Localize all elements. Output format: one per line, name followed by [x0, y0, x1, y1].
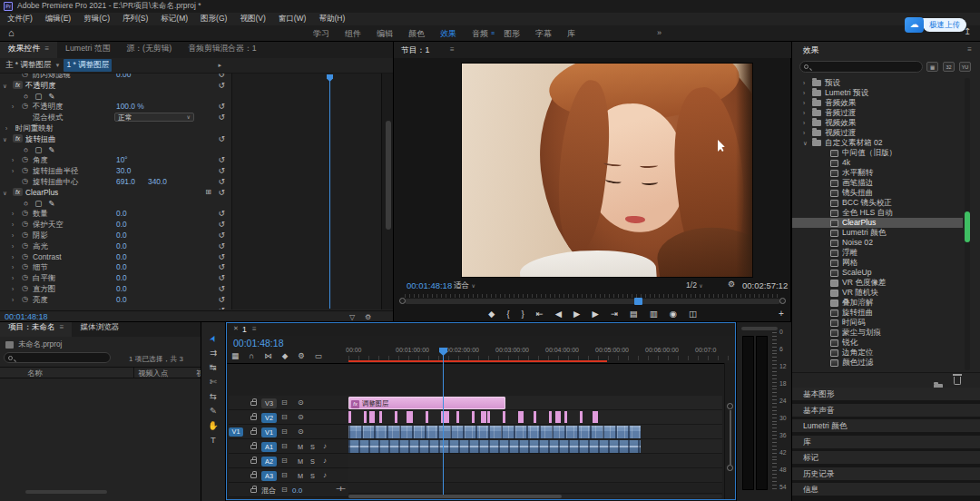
effect-row[interactable]: ∨ fx ◷ ○▢✎ 不透明度 ∨ ⊞ ↺	[0, 80, 231, 91]
sync-lock-icon[interactable]: ⊟	[281, 427, 288, 436]
lock-icon[interactable]	[250, 488, 257, 493]
track-target-button[interactable]: V2	[261, 413, 277, 423]
source-patch[interactable]: V1	[229, 427, 243, 437]
panel-tab[interactable]: 效果控件 ≡	[0, 42, 57, 58]
effects-filter-icon[interactable]: 32	[943, 62, 955, 72]
effects-tree-item[interactable]: › 预设	[792, 78, 963, 88]
sync-lock-icon[interactable]: ⊟	[281, 486, 288, 494]
twirl-icon[interactable]: ∨	[803, 138, 808, 148]
delete-icon[interactable]	[954, 377, 961, 385]
effect-row[interactable]: › fx ◷ ○▢✎ 角度 10° ∨ ⊞ ↺	[0, 154, 231, 165]
effects-tree-item[interactable]: 蒙尘与划痕	[792, 328, 963, 338]
effects-filter-icon[interactable]: ▦	[926, 62, 938, 72]
stopwatch-icon[interactable]: ◷	[22, 154, 28, 165]
reset-icon[interactable]: ↺	[218, 230, 225, 241]
track-target-button[interactable]: V3	[261, 398, 277, 408]
settings-wrench-icon[interactable]: ⚙	[728, 280, 735, 289]
effects-tree-item[interactable]: 镜头扭曲	[792, 188, 963, 198]
stacked-panel-tab[interactable]: 标记	[792, 451, 980, 464]
v2-clip-fragments[interactable]	[348, 411, 604, 423]
param-value[interactable]: 0.0	[116, 272, 127, 283]
lock-icon[interactable]	[250, 474, 257, 478]
effects-tree-item[interactable]: 画笔描边	[792, 178, 963, 188]
sequence-tab[interactable]: 1	[242, 325, 247, 334]
menu-item[interactable]: 文件(F)	[7, 14, 33, 25]
zoom-level-select[interactable]: 适合 ∨	[454, 280, 475, 291]
workspace-tab[interactable]: 颜色	[408, 28, 425, 40]
reset-icon[interactable]: ↺	[218, 305, 225, 309]
reset-icon[interactable]: ↺	[218, 80, 225, 91]
effect-row[interactable]: fx ◷ ○▢✎ ∨ ⊞ ↺	[0, 91, 231, 102]
stopwatch-icon[interactable]: ◷	[22, 283, 28, 294]
track-target-button[interactable]: A2	[261, 457, 277, 467]
reset-icon[interactable]: ↺	[218, 261, 225, 272]
twirl-icon[interactable]: ›	[803, 98, 808, 108]
effect-row[interactable]: › fx ◷ ○▢✎ 旋转扭曲半径 30.0 ∨ ⊞ ↺	[0, 165, 231, 176]
stopwatch-icon[interactable]: ◷	[22, 208, 28, 219]
effects-panel-title[interactable]: 效果	[803, 45, 819, 56]
ellipse-mask-icon[interactable]: ○	[24, 91, 28, 102]
stacked-panel-tab[interactable]: 基本图形	[792, 388, 980, 400]
transport-icon[interactable]: ▶	[592, 309, 598, 319]
panel-tab[interactable]: 媒体浏览器 ≡	[72, 322, 127, 337]
button-editor-icon[interactable]: +	[779, 309, 784, 319]
stopwatch-icon[interactable]: ◷	[22, 219, 28, 230]
home-icon[interactable]: ⌂	[8, 27, 15, 38]
effects-tree-item[interactable]: 时间码	[792, 318, 963, 328]
collapse-arrow-icon[interactable]: ▸	[218, 62, 221, 69]
effect-row[interactable]: fx ◷ ○▢✎ ∨ ⊞ ↺	[0, 198, 231, 209]
lock-icon[interactable]	[250, 430, 257, 435]
rect-mask-icon[interactable]: ▢	[34, 198, 42, 209]
voiceover-mic-icon[interactable]: ♪	[323, 442, 327, 450]
a1-audio-clip[interactable]	[348, 440, 641, 453]
transport-icon[interactable]: {	[506, 309, 509, 319]
project-breadcrumb[interactable]: 未命名.prproj	[5, 339, 62, 349]
workspace-tab[interactable]: 组件	[345, 28, 361, 40]
effect-row[interactable]: fx ◷ ○▢✎ 混合模式 正常∨ ⊞ ↺	[0, 112, 231, 123]
workspace-tab[interactable]: 图形	[504, 28, 520, 40]
timeline-ruler[interactable]: 00:0000:01:00:0000:02:00:0000:03:00:0000…	[346, 347, 735, 356]
project-hscrollbar[interactable]	[25, 490, 107, 494]
solo-button[interactable]: S	[310, 457, 315, 466]
effects-scrollbar-thumb[interactable]	[965, 211, 970, 242]
effect-row[interactable]: › fx ◷ ○▢✎ 保护天空 0.0 ∨ ⊞ ↺	[0, 219, 231, 230]
effect-row[interactable]: fx ◷ ○▢✎ 旋转扭曲中心 691.0 340.0 ∨ ⊞ ↺	[0, 176, 231, 187]
effects-search-input[interactable]	[799, 61, 923, 73]
adjustment-layer-clip[interactable]: fx调整图层	[348, 397, 505, 409]
reset-icon[interactable]: ↺	[218, 219, 225, 230]
panel-menu-icon[interactable]: ≡	[43, 44, 49, 53]
effect-row[interactable]: ∨ fx ◷ ○▢✎ ClearPlus ∨ ⊞ ↺	[0, 187, 231, 198]
lock-icon[interactable]	[250, 401, 257, 406]
ec-scrollbar[interactable]	[381, 74, 394, 309]
effects-tree-item[interactable]: 旋转扭曲	[792, 308, 963, 318]
scrubber-left-handle[interactable]	[399, 298, 406, 304]
workspace-tab[interactable]: 效果	[440, 28, 456, 40]
param-value[interactable]: 691.0	[116, 176, 135, 187]
transport-icon[interactable]: ⇤	[536, 309, 544, 319]
stopwatch-icon[interactable]: ◷	[22, 241, 28, 251]
param-value-2[interactable]: 340.0	[148, 176, 167, 187]
menu-item[interactable]: 编辑(E)	[45, 14, 71, 25]
timeline-tool-icon[interactable]: ∩	[249, 351, 254, 360]
effect-row[interactable]: › fx ◷ ○▢✎ 不透明度 100.0 % ∨ ⊞ ↺	[0, 101, 231, 112]
track-target-button[interactable]: 混合	[261, 486, 276, 496]
mute-button[interactable]: M	[298, 443, 303, 451]
panel-menu-icon[interactable]: ≡	[252, 325, 257, 333]
transport-icon[interactable]: ▥	[650, 309, 658, 319]
effect-row[interactable]: fx ◷ ○▢✎ ∨ ⊞ ↺	[0, 305, 231, 309]
twirl-icon[interactable]: ›	[803, 78, 808, 88]
effect-row[interactable]: › fx ◷ ○▢✎ Contrast 0.0 ∨ ⊞ ↺	[0, 251, 231, 262]
track-header[interactable]: A1 ⊟ ⊙ M S ♪	[229, 439, 348, 454]
track-target-button[interactable]: V1	[261, 427, 277, 437]
rect-mask-icon[interactable]: ▢	[34, 144, 42, 155]
reset-icon[interactable]: ↺	[218, 272, 225, 283]
param-value[interactable]: 0.0	[116, 251, 127, 262]
twirl-icon[interactable]: ›	[803, 88, 808, 98]
sync-lock-icon[interactable]: ⊟	[281, 442, 288, 450]
panel-tab[interactable]: 源：(无剪辑) ≡	[118, 42, 180, 58]
selected-clip-label[interactable]: 1 * 调整图层	[64, 59, 112, 72]
effects-tree-item[interactable]: BCC 镜头校正	[792, 198, 963, 208]
track-header[interactable]: A2 ⊟ ⊙ M S ♪	[229, 454, 348, 468]
reset-icon[interactable]: ↺	[218, 187, 225, 198]
menu-item[interactable]: 剪辑(C)	[83, 14, 110, 25]
